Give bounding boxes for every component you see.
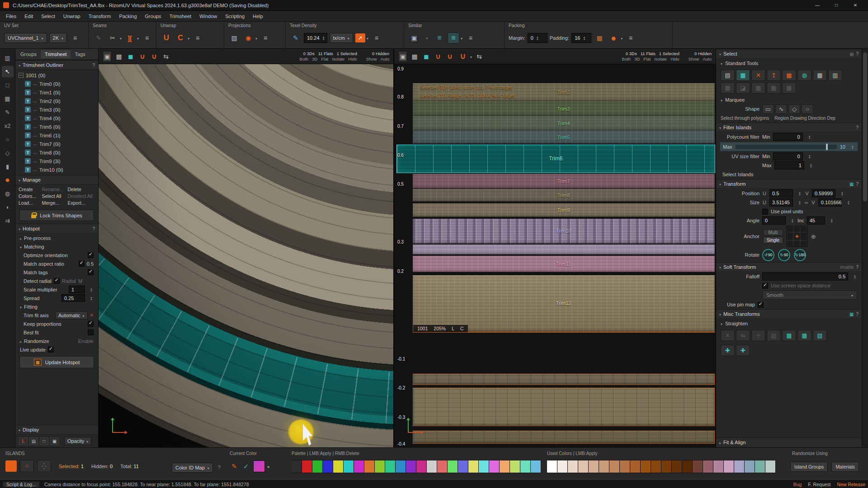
tree-item[interactable]: T Trim0 (0i) bbox=[15, 80, 98, 88]
texel-apply-icon[interactable]: ↗ bbox=[355, 33, 365, 42]
size-u-field[interactable]: 3.51145 bbox=[769, 198, 793, 206]
fit-align-header[interactable]: Fit & Align bbox=[716, 437, 862, 447]
magnet-dot-icon[interactable]: ∪ bbox=[150, 51, 159, 62]
menu-item[interactable]: Packing bbox=[115, 11, 141, 22]
chevron-down-icon[interactable] bbox=[461, 35, 462, 41]
polycount-min-field[interactable]: 0 bbox=[773, 133, 803, 141]
menu-item[interactable]: Select bbox=[37, 11, 59, 22]
menu-item[interactable]: Trimsheet bbox=[165, 11, 196, 22]
transform-header[interactable]: Transform ▦? bbox=[716, 179, 862, 189]
magnet-icon[interactable]: ∪ bbox=[138, 51, 147, 62]
chevron-down-icon[interactable] bbox=[255, 35, 257, 41]
link-icon[interactable]: ∞ bbox=[805, 200, 808, 205]
projections-options-icon[interactable]: ≡ bbox=[259, 33, 271, 43]
used-color-swatch[interactable] bbox=[672, 460, 682, 473]
mode-3d-button[interactable]: 3D bbox=[312, 57, 317, 61]
grid-stamp-icon[interactable]: ▦ bbox=[2, 93, 14, 104]
tool-world-icon[interactable]: ◍ bbox=[797, 70, 811, 81]
checker-icon[interactable]: ▩ bbox=[114, 51, 123, 62]
uvsize-max-field[interactable]: 1 bbox=[774, 161, 804, 169]
manage-button[interactable]: Rename... bbox=[42, 187, 67, 192]
straighten-header[interactable]: Straighten bbox=[716, 319, 862, 328]
straighten-distribute-icon[interactable]: ⇆ bbox=[736, 330, 750, 341]
show-button[interactable]: Show bbox=[689, 57, 699, 61]
stepper-icon[interactable] bbox=[807, 135, 812, 139]
display-fill-icon[interactable]: ▣ bbox=[50, 437, 59, 445]
palette-swatch[interactable] bbox=[448, 460, 458, 473]
tool-grid6-icon[interactable]: ▦ bbox=[767, 82, 781, 94]
projection-dot-icon[interactable]: ◉ bbox=[242, 33, 254, 43]
similar-box-icon[interactable]: ▣ bbox=[408, 33, 420, 43]
select-cursor-icon[interactable]: ↖ bbox=[2, 66, 14, 77]
used-color-swatch[interactable] bbox=[547, 460, 557, 473]
used-color-swatch[interactable] bbox=[599, 460, 609, 473]
keep-proportions-checkbox[interactable] bbox=[88, 321, 94, 327]
tool-grid5-icon[interactable]: ▦ bbox=[751, 82, 765, 94]
straighten-hatch-icon[interactable]: ▨ bbox=[767, 330, 781, 341]
uv-trim-strip[interactable]: Trim11 bbox=[413, 256, 715, 272]
tool-grid2-icon[interactable]: ▦ bbox=[813, 70, 827, 81]
tool-corner-icon[interactable]: ◪ bbox=[736, 82, 750, 94]
manage-header[interactable]: Manage bbox=[15, 175, 98, 185]
palette-swatch[interactable] bbox=[354, 460, 364, 473]
distribute-icon[interactable]: ⇆ bbox=[475, 51, 484, 62]
match-aspect-checkbox[interactable] bbox=[79, 261, 85, 267]
used-color-swatch[interactable] bbox=[755, 460, 765, 473]
uv-trim-strip[interactable] bbox=[413, 388, 715, 427]
uv-trim-strip[interactable]: Trim12 bbox=[413, 275, 715, 332]
used-color-swatch[interactable] bbox=[765, 460, 776, 473]
anchor-center-icon[interactable]: + bbox=[793, 232, 800, 240]
used-color-swatch[interactable] bbox=[745, 460, 755, 473]
menu-item[interactable]: Groups bbox=[141, 11, 165, 22]
used-color-swatch[interactable] bbox=[609, 460, 620, 473]
anchor-pad[interactable]: + bbox=[787, 226, 807, 247]
islands-orange-view-icon[interactable]: ⁘ bbox=[20, 460, 34, 472]
menu-item[interactable]: Transform bbox=[85, 11, 115, 22]
chip-c[interactable]: C bbox=[460, 326, 464, 331]
soft-enable-label[interactable]: enable bbox=[840, 265, 854, 270]
chevron-down-icon[interactable] bbox=[137, 35, 139, 41]
help-icon[interactable]: ? bbox=[856, 182, 859, 187]
panels-icon[interactable]: ▥ bbox=[2, 52, 14, 64]
right-panel-scrollbar[interactable] bbox=[862, 49, 868, 447]
select-header[interactable]: Select ◎? bbox=[716, 49, 862, 59]
used-color-swatch[interactable] bbox=[557, 460, 568, 473]
palette-swatch[interactable] bbox=[500, 460, 510, 473]
rotate-button[interactable]: ↺90 bbox=[762, 249, 774, 261]
straighten-add1-icon[interactable]: ✚ bbox=[721, 345, 735, 356]
projection-plane-icon[interactable]: ▧ bbox=[228, 33, 240, 43]
marquee-header[interactable]: Marquee bbox=[716, 95, 862, 104]
show-button[interactable]: Show bbox=[366, 57, 377, 61]
grid-icon[interactable]: ▦ bbox=[849, 182, 854, 187]
display-header[interactable]: Display bbox=[15, 425, 98, 435]
viewport-3d[interactable]: ▣ ▩ ◼ ∪ ∪ ⇆ 0 3Ds11 Flats1 Selected Both… bbox=[99, 49, 393, 447]
unwrap-u-icon[interactable]: U bbox=[160, 33, 172, 43]
chevron-down-icon[interactable] bbox=[188, 35, 189, 41]
used-color-swatch[interactable] bbox=[578, 460, 589, 473]
misc-transforms-header[interactable]: Misc Transforms ▦? bbox=[716, 309, 862, 319]
new-release-link[interactable]: New Release bbox=[837, 482, 865, 487]
help-icon[interactable]: ? bbox=[92, 63, 95, 68]
update-hotspot-button[interactable]: ▦ Update Hotspot bbox=[19, 356, 94, 368]
tool-grid3-icon[interactable]: ▥ bbox=[828, 70, 842, 81]
close-button[interactable]: ✕ bbox=[846, 0, 865, 10]
manage-button[interactable]: Colors... bbox=[19, 193, 41, 199]
menu-item[interactable]: Edit bbox=[20, 11, 37, 22]
tool-hatch-icon[interactable]: ▤ bbox=[721, 70, 735, 81]
uv-trim-strip[interactable]: Trim10 bbox=[413, 219, 715, 244]
rotate-button[interactable]: ↻180 bbox=[794, 249, 806, 261]
help-icon[interactable]: ? bbox=[856, 265, 859, 270]
island-groups-button[interactable]: Island Groups bbox=[790, 462, 828, 472]
grid-icon[interactable]: ▦ bbox=[849, 312, 854, 317]
menu-item[interactable]: Scripting bbox=[221, 11, 249, 22]
uv-trim-strip[interactable]: Trim9 bbox=[413, 203, 715, 217]
manage-button[interactable]: Create bbox=[19, 187, 41, 192]
pin-icon[interactable]: ◎ bbox=[850, 52, 854, 56]
checker-icon[interactable]: ▩ bbox=[410, 51, 419, 62]
scale-multiplier-field[interactable]: 1 bbox=[69, 286, 85, 293]
used-color-swatch[interactable] bbox=[620, 460, 630, 473]
position-u-field[interactable]: 0.5 bbox=[769, 189, 793, 197]
left-tab[interactable]: Trimsheet bbox=[41, 50, 71, 58]
tool-delete-icon[interactable]: ✕ bbox=[751, 70, 765, 81]
straighten-diag-icon[interactable]: ▧ bbox=[813, 330, 827, 341]
